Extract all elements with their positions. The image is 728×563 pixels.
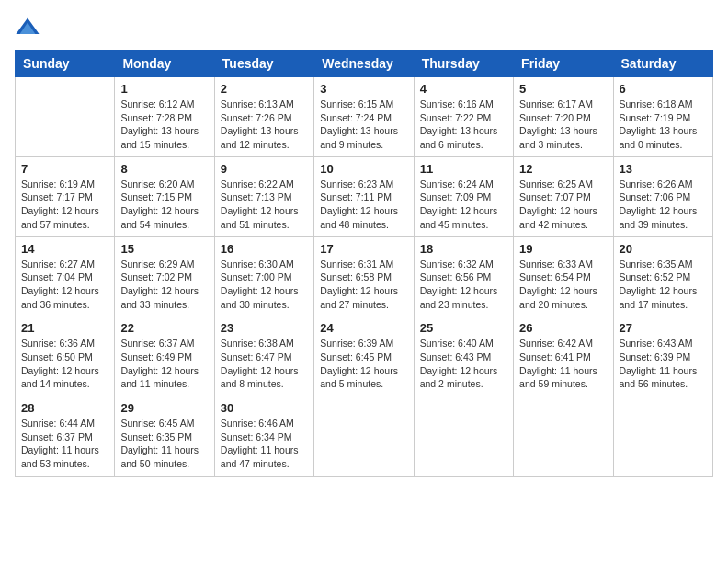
calendar-week-row: 14Sunrise: 6:27 AM Sunset: 7:04 PM Dayli…: [16, 236, 713, 316]
calendar-day-cell: [613, 396, 712, 477]
day-number: 15: [120, 242, 208, 256]
day-number: 11: [420, 162, 507, 176]
day-number: 1: [120, 82, 208, 96]
calendar-day-cell: 23Sunrise: 6:38 AM Sunset: 6:47 PM Dayli…: [214, 316, 313, 396]
calendar-day-cell: 5Sunrise: 6:17 AM Sunset: 7:20 PM Daylig…: [514, 77, 613, 157]
day-number: 14: [21, 242, 108, 256]
day-number: 21: [21, 321, 108, 335]
calendar-day-cell: 2Sunrise: 6:13 AM Sunset: 7:26 PM Daylig…: [214, 77, 313, 157]
day-of-week-header: Friday: [514, 51, 613, 77]
day-info: Sunrise: 6:46 AM Sunset: 6:34 PM Dayligh…: [221, 417, 308, 471]
day-info: Sunrise: 6:25 AM Sunset: 7:07 PM Dayligh…: [519, 178, 607, 232]
day-number: 28: [21, 401, 108, 415]
day-of-week-header: Tuesday: [214, 51, 313, 77]
calendar-day-cell: [514, 396, 613, 477]
calendar-day-cell: 6Sunrise: 6:18 AM Sunset: 7:19 PM Daylig…: [613, 77, 712, 157]
day-of-week-header: Sunday: [16, 51, 115, 77]
day-number: 20: [620, 242, 707, 256]
calendar-day-cell: 29Sunrise: 6:45 AM Sunset: 6:35 PM Dayli…: [115, 396, 214, 477]
calendar-day-cell: [414, 396, 513, 477]
day-info: Sunrise: 6:36 AM Sunset: 6:50 PM Dayligh…: [21, 337, 108, 391]
day-number: 13: [620, 162, 707, 176]
day-info: Sunrise: 6:35 AM Sunset: 6:52 PM Dayligh…: [620, 258, 707, 312]
day-info: Sunrise: 6:18 AM Sunset: 7:19 PM Dayligh…: [620, 98, 707, 152]
calendar-day-cell: 19Sunrise: 6:33 AM Sunset: 6:54 PM Dayli…: [514, 236, 613, 316]
day-number: 3: [320, 82, 407, 96]
day-number: 2: [221, 82, 308, 96]
calendar-day-cell: 30Sunrise: 6:46 AM Sunset: 6:34 PM Dayli…: [214, 396, 313, 477]
calendar-day-cell: 20Sunrise: 6:35 AM Sunset: 6:52 PM Dayli…: [613, 236, 712, 316]
day-info: Sunrise: 6:16 AM Sunset: 7:22 PM Dayligh…: [420, 98, 507, 152]
calendar-day-cell: 13Sunrise: 6:26 AM Sunset: 7:06 PM Dayli…: [613, 156, 712, 236]
calendar-day-cell: 8Sunrise: 6:20 AM Sunset: 7:15 PM Daylig…: [115, 156, 214, 236]
day-number: 26: [519, 321, 607, 335]
calendar-day-cell: 12Sunrise: 6:25 AM Sunset: 7:07 PM Dayli…: [514, 156, 613, 236]
calendar-day-cell: 16Sunrise: 6:30 AM Sunset: 7:00 PM Dayli…: [214, 236, 313, 316]
day-number: 25: [420, 321, 507, 335]
day-info: Sunrise: 6:26 AM Sunset: 7:06 PM Dayligh…: [620, 178, 707, 232]
day-info: Sunrise: 6:44 AM Sunset: 6:37 PM Dayligh…: [21, 417, 108, 471]
day-info: Sunrise: 6:30 AM Sunset: 7:00 PM Dayligh…: [221, 258, 308, 312]
day-of-week-header: Thursday: [414, 51, 513, 77]
calendar-header-row: SundayMondayTuesdayWednesdayThursdayFrid…: [16, 51, 713, 77]
calendar-day-cell: 22Sunrise: 6:37 AM Sunset: 6:49 PM Dayli…: [115, 316, 214, 396]
day-number: 16: [221, 242, 308, 256]
day-number: 19: [519, 242, 607, 256]
day-info: Sunrise: 6:19 AM Sunset: 7:17 PM Dayligh…: [21, 178, 108, 232]
day-number: 4: [420, 82, 507, 96]
calendar-day-cell: 11Sunrise: 6:24 AM Sunset: 7:09 PM Dayli…: [414, 156, 513, 236]
calendar-week-row: 1Sunrise: 6:12 AM Sunset: 7:28 PM Daylig…: [16, 77, 713, 157]
calendar-day-cell: 7Sunrise: 6:19 AM Sunset: 7:17 PM Daylig…: [16, 156, 115, 236]
logo-icon: [15, 15, 40, 40]
calendar-day-cell: 26Sunrise: 6:42 AM Sunset: 6:41 PM Dayli…: [514, 316, 613, 396]
day-of-week-header: Wednesday: [314, 51, 414, 77]
calendar-day-cell: 27Sunrise: 6:43 AM Sunset: 6:39 PM Dayli…: [613, 316, 712, 396]
day-number: 27: [620, 321, 707, 335]
calendar-day-cell: 21Sunrise: 6:36 AM Sunset: 6:50 PM Dayli…: [16, 316, 115, 396]
day-info: Sunrise: 6:39 AM Sunset: 6:45 PM Dayligh…: [320, 337, 407, 391]
day-number: 18: [420, 242, 507, 256]
calendar-table: SundayMondayTuesdayWednesdayThursdayFrid…: [15, 50, 713, 477]
day-info: Sunrise: 6:40 AM Sunset: 6:43 PM Dayligh…: [420, 337, 507, 391]
day-info: Sunrise: 6:24 AM Sunset: 7:09 PM Dayligh…: [420, 178, 507, 232]
calendar-day-cell: 28Sunrise: 6:44 AM Sunset: 6:37 PM Dayli…: [16, 396, 115, 477]
day-info: Sunrise: 6:20 AM Sunset: 7:15 PM Dayligh…: [120, 178, 208, 232]
logo: [15, 15, 44, 40]
day-number: 17: [320, 242, 407, 256]
day-of-week-header: Monday: [115, 51, 214, 77]
day-number: 5: [519, 82, 607, 96]
calendar-week-row: 21Sunrise: 6:36 AM Sunset: 6:50 PM Dayli…: [16, 316, 713, 396]
day-info: Sunrise: 6:32 AM Sunset: 6:56 PM Dayligh…: [420, 258, 507, 312]
day-number: 23: [221, 321, 308, 335]
day-info: Sunrise: 6:42 AM Sunset: 6:41 PM Dayligh…: [519, 337, 607, 391]
page-header: [15, 15, 713, 40]
day-number: 8: [120, 162, 208, 176]
day-info: Sunrise: 6:13 AM Sunset: 7:26 PM Dayligh…: [221, 98, 308, 152]
day-number: 24: [320, 321, 407, 335]
calendar-week-row: 7Sunrise: 6:19 AM Sunset: 7:17 PM Daylig…: [16, 156, 713, 236]
day-number: 22: [120, 321, 208, 335]
day-info: Sunrise: 6:17 AM Sunset: 7:20 PM Dayligh…: [519, 98, 607, 152]
day-info: Sunrise: 6:22 AM Sunset: 7:13 PM Dayligh…: [221, 178, 308, 232]
day-of-week-header: Saturday: [613, 51, 712, 77]
day-number: 9: [221, 162, 308, 176]
calendar-day-cell: [314, 396, 414, 477]
day-info: Sunrise: 6:29 AM Sunset: 7:02 PM Dayligh…: [120, 258, 208, 312]
calendar-day-cell: 14Sunrise: 6:27 AM Sunset: 7:04 PM Dayli…: [16, 236, 115, 316]
day-info: Sunrise: 6:15 AM Sunset: 7:24 PM Dayligh…: [320, 98, 407, 152]
calendar-day-cell: 1Sunrise: 6:12 AM Sunset: 7:28 PM Daylig…: [115, 77, 214, 157]
calendar-day-cell: 18Sunrise: 6:32 AM Sunset: 6:56 PM Dayli…: [414, 236, 513, 316]
day-number: 7: [21, 162, 108, 176]
calendar-day-cell: 4Sunrise: 6:16 AM Sunset: 7:22 PM Daylig…: [414, 77, 513, 157]
day-info: Sunrise: 6:27 AM Sunset: 7:04 PM Dayligh…: [21, 258, 108, 312]
day-info: Sunrise: 6:33 AM Sunset: 6:54 PM Dayligh…: [519, 258, 607, 312]
day-info: Sunrise: 6:43 AM Sunset: 6:39 PM Dayligh…: [620, 337, 707, 391]
calendar-day-cell: 10Sunrise: 6:23 AM Sunset: 7:11 PM Dayli…: [314, 156, 414, 236]
calendar-day-cell: 15Sunrise: 6:29 AM Sunset: 7:02 PM Dayli…: [115, 236, 214, 316]
day-number: 29: [120, 401, 208, 415]
day-number: 10: [320, 162, 407, 176]
calendar-day-cell: 25Sunrise: 6:40 AM Sunset: 6:43 PM Dayli…: [414, 316, 513, 396]
calendar-day-cell: [16, 77, 115, 157]
calendar-day-cell: 3Sunrise: 6:15 AM Sunset: 7:24 PM Daylig…: [314, 77, 414, 157]
day-info: Sunrise: 6:38 AM Sunset: 6:47 PM Dayligh…: [221, 337, 308, 391]
